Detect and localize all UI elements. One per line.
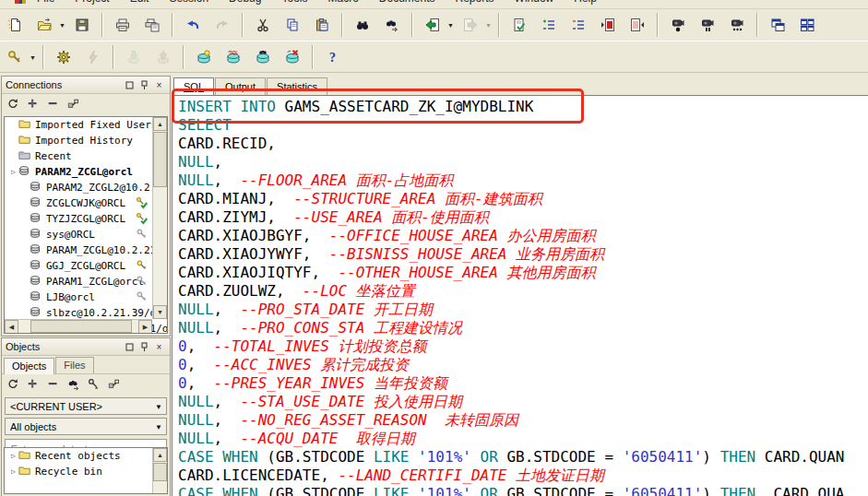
doc-check-button[interactable] xyxy=(506,13,532,37)
commit-button[interactable] xyxy=(121,45,147,69)
nav-back-button[interactable] xyxy=(420,13,446,37)
connection-item[interactable]: PARAM2_ZCGL2@10.2.21. xyxy=(5,180,167,195)
objects-tab-objects[interactable]: Objects xyxy=(4,358,54,374)
filter-key-button[interactable] xyxy=(85,376,103,393)
db-sql-button[interactable]: SQL xyxy=(220,45,246,69)
connection-item[interactable]: TYZJZCGL@ORCL xyxy=(5,211,167,227)
open-folder-dropdown-caret[interactable]: ▼ xyxy=(57,13,67,37)
macro-record-button[interactable] xyxy=(665,13,691,37)
objects-tab-files[interactable]: Files xyxy=(55,357,93,373)
db-bulb-button[interactable] xyxy=(191,45,217,69)
menu-item-help[interactable]: Help xyxy=(574,0,597,5)
objects-vertical-scrollbar[interactable]: ▲ xyxy=(152,448,167,493)
menu-item-session[interactable]: Session xyxy=(169,0,208,5)
menu-item-window[interactable]: Window xyxy=(515,0,554,5)
connect-button[interactable] xyxy=(65,96,83,112)
lightning-button[interactable] xyxy=(80,45,106,69)
scroll-left-icon[interactable]: ◀ xyxy=(5,320,18,334)
editor-tab-output[interactable]: Output xyxy=(215,77,266,95)
restore-icon[interactable] xyxy=(123,78,137,91)
connection-item[interactable]: Recent xyxy=(5,148,167,164)
save-button[interactable] xyxy=(69,13,95,37)
macro-pause-button[interactable] xyxy=(695,13,720,37)
close-icon[interactable]: × xyxy=(152,78,166,91)
nav-forward-dropdown-caret[interactable]: ▼ xyxy=(483,13,493,37)
print-preview-button[interactable] xyxy=(139,13,165,37)
key-logon-button[interactable] xyxy=(2,45,28,69)
menu-item-documents[interactable]: Documents xyxy=(379,0,435,5)
expand-icon[interactable]: ▷ xyxy=(8,168,18,176)
scroll-right-icon[interactable]: ▶ xyxy=(138,320,152,334)
connection-item[interactable]: Imported History xyxy=(5,133,167,148)
pin-icon[interactable] xyxy=(137,340,151,353)
editor-tab-sql[interactable]: SQL xyxy=(173,77,214,95)
add-button[interactable] xyxy=(24,376,42,393)
find-button[interactable] xyxy=(65,376,83,393)
connection-item[interactable]: ▷PARAM2_ZCGL@orcl xyxy=(5,164,167,180)
cascade-windows-button[interactable] xyxy=(765,13,791,37)
key-logon-dropdown-caret[interactable]: ▼ xyxy=(28,45,38,69)
db-find-button[interactable] xyxy=(250,45,276,69)
copy-button[interactable] xyxy=(279,13,305,37)
refresh-button[interactable] xyxy=(4,376,22,393)
connection-item[interactable]: Imported Fixed Users xyxy=(5,117,167,133)
cut-button[interactable] xyxy=(250,13,276,37)
connect-button[interactable] xyxy=(105,376,124,393)
expand-icon[interactable]: ▷ xyxy=(8,452,18,460)
pin-icon[interactable] xyxy=(137,78,151,91)
undo-button[interactable] xyxy=(180,13,206,37)
scroll-up-icon[interactable]: ▲ xyxy=(153,448,167,462)
marker-next-button[interactable] xyxy=(595,13,621,37)
paste-button[interactable] xyxy=(309,13,335,37)
connection-item[interactable]: PARAM_ZCGL@10.2.21.13 xyxy=(5,242,167,258)
help-button[interactable]: ? xyxy=(320,45,346,69)
menu-item-debug[interactable]: Debug xyxy=(229,0,261,5)
menu-item-reports[interactable]: Reports xyxy=(456,0,494,5)
object-item[interactable]: ▷Recent objects xyxy=(5,448,167,464)
user-filter-dropdown[interactable]: <CURRENT USER> ▼ xyxy=(5,397,167,415)
tile-windows-button[interactable] xyxy=(794,13,820,37)
menu-item-tools[interactable]: Tools xyxy=(281,0,307,5)
connections-horizontal-scrollbar[interactable]: ◀ ▶ xyxy=(5,319,152,333)
indent-button[interactable] xyxy=(536,13,562,37)
rollback-button[interactable] xyxy=(150,45,176,69)
sql-code-editor[interactable]: INSERT INTO GAMS_ASSETCARD_ZK_I@MYDBLINK… xyxy=(172,95,868,496)
redo-button[interactable] xyxy=(209,13,235,37)
remove-connection-button[interactable] xyxy=(44,96,63,112)
outdent-button[interactable] xyxy=(565,13,591,37)
object-filter-dropdown[interactable]: All objects ▼ xyxy=(5,418,167,435)
new-file-button[interactable] xyxy=(2,13,28,37)
macro-more-button[interactable] xyxy=(724,13,750,37)
find-next-button[interactable] xyxy=(379,13,405,37)
connection-item[interactable]: GGJ_ZCGL@ORCL xyxy=(5,258,167,274)
connection-item[interactable]: LJB@orcl xyxy=(5,289,167,305)
scroll-thumb[interactable] xyxy=(30,320,132,333)
connection-item[interactable]: PARAM1_ZCGL@orcl xyxy=(5,274,167,289)
add-connection-button[interactable] xyxy=(24,96,42,112)
object-item[interactable]: ▷Recycle bin xyxy=(5,464,167,479)
menu-item-edit[interactable]: Edit xyxy=(130,0,149,5)
db-kill-button[interactable] xyxy=(279,45,305,69)
menu-item-macro[interactable]: Macro xyxy=(327,0,358,5)
restore-icon[interactable] xyxy=(123,340,137,353)
refresh-button[interactable] xyxy=(4,96,22,112)
print-button[interactable] xyxy=(110,13,136,37)
remove-button[interactable] xyxy=(44,376,63,393)
editor-tab-statistics[interactable]: Statistics xyxy=(267,77,327,95)
menu-item-file[interactable]: File xyxy=(37,0,54,5)
scroll-up-icon[interactable]: ▲ xyxy=(153,117,167,131)
scroll-thumb[interactable] xyxy=(153,132,167,187)
find-button[interactable] xyxy=(350,13,375,37)
nav-back-dropdown-caret[interactable]: ▼ xyxy=(446,13,456,37)
scroll-down-icon[interactable]: ▼ xyxy=(153,305,167,319)
marker-prev-button[interactable] xyxy=(624,13,650,37)
menu-item-project[interactable]: Project xyxy=(75,0,109,5)
open-folder-button[interactable] xyxy=(31,13,57,37)
connection-item[interactable]: ZCGLCWJK@ORCL xyxy=(5,195,167,211)
close-icon[interactable]: × xyxy=(152,340,166,353)
expand-icon[interactable]: ▷ xyxy=(8,467,18,476)
gear-button[interactable] xyxy=(51,45,77,69)
connections-vertical-scrollbar[interactable]: ▲ ▼ xyxy=(152,117,167,319)
scroll-thumb[interactable] xyxy=(153,463,167,481)
connection-item[interactable]: sys@ORCL xyxy=(5,227,167,242)
